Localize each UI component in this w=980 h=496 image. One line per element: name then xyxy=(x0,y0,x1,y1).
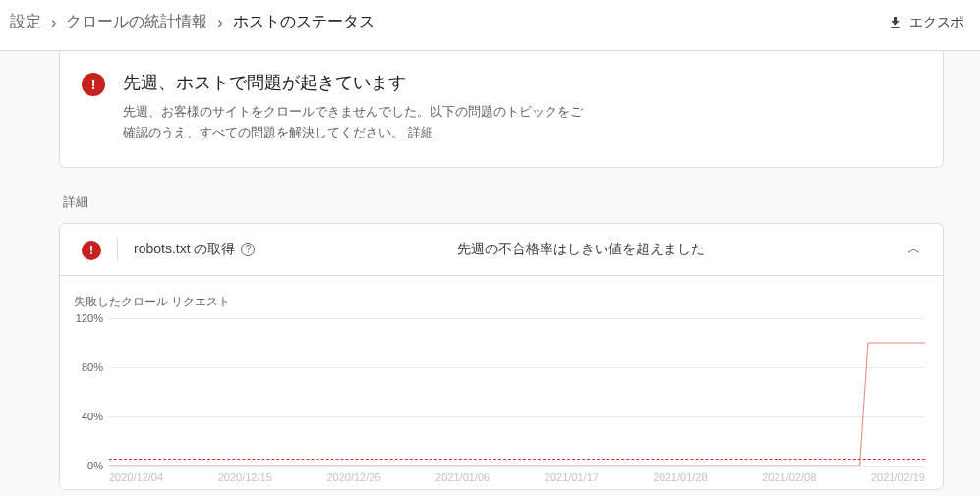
x-tick: 2021/02/19 xyxy=(871,471,925,483)
y-tick: 80% xyxy=(74,361,103,373)
chevron-up-icon[interactable]: ︿ xyxy=(907,241,921,258)
error-icon: ! xyxy=(82,241,101,260)
error-icon: ! xyxy=(82,73,105,96)
y-tick: 40% xyxy=(74,411,103,422)
x-tick: 2021/01/06 xyxy=(435,471,490,483)
alert-description: 先週、お客様のサイトをクロールできませんでした。以下の問題のトピックをご 確認の… xyxy=(123,102,583,143)
download-icon xyxy=(888,15,903,30)
x-tick: 2021/01/28 xyxy=(654,471,708,483)
export-label: エクスポ xyxy=(909,14,964,31)
help-icon[interactable]: ? xyxy=(241,243,255,256)
y-tick: 0% xyxy=(74,460,103,471)
x-tick: 2020/12/15 xyxy=(218,471,272,483)
panel-status: 先週の不合格率はしきい値を超えました xyxy=(264,241,897,258)
alert-title: 先週、ホストで問題が起きています xyxy=(123,71,583,94)
breadcrumb: 設定 › クロールの統計情報 › ホストのステータス xyxy=(10,12,375,32)
breadcrumb-item-settings[interactable]: 設定 xyxy=(10,12,41,32)
breadcrumb-item-host-status: ホストのステータス xyxy=(233,12,375,32)
divider xyxy=(117,238,118,261)
chart-svg xyxy=(109,318,925,466)
x-tick: 2020/12/04 xyxy=(109,471,163,483)
panel-body: 失敗したクロール リクエスト 120% 80% 40% 0% xyxy=(60,275,943,489)
y-tick: 120% xyxy=(74,312,103,324)
chevron-right-icon: › xyxy=(217,14,222,31)
page-header: 設定 › クロールの統計情報 › ホストのステータス エクスポ xyxy=(0,0,980,51)
alert-card: ! 先週、ホストで問題が起きています 先週、お客様のサイトをクロールできませんで… xyxy=(59,51,944,168)
x-tick: 2021/01/17 xyxy=(545,471,599,483)
export-button[interactable]: エクスポ xyxy=(888,14,964,31)
section-label: 詳細 xyxy=(59,168,944,223)
x-axis: 2020/12/04 2020/12/15 2020/12/26 2021/01… xyxy=(109,471,925,483)
page-content: ! 先週、ホストで問題が起きています 先週、お客様のサイトをクロールできませんで… xyxy=(0,51,980,496)
panel-header[interactable]: ! robots.txt の取得 ? 先週の不合格率はしきい値を超えました ︿ xyxy=(60,224,943,275)
detail-link[interactable]: 詳細 xyxy=(408,125,433,139)
chevron-right-icon: › xyxy=(51,14,56,31)
x-tick: 2020/12/26 xyxy=(326,471,380,483)
line-chart: 120% 80% 40% 0% xyxy=(109,318,925,466)
chart-title: 失敗したクロール リクエスト xyxy=(74,294,929,310)
panel-title: robots.txt の取得 ? xyxy=(134,241,255,258)
breadcrumb-item-crawl-stats[interactable]: クロールの統計情報 xyxy=(66,12,207,32)
robots-panel: ! robots.txt の取得 ? 先週の不合格率はしきい値を超えました ︿ … xyxy=(59,223,944,490)
x-tick: 2021/02/08 xyxy=(762,471,816,483)
